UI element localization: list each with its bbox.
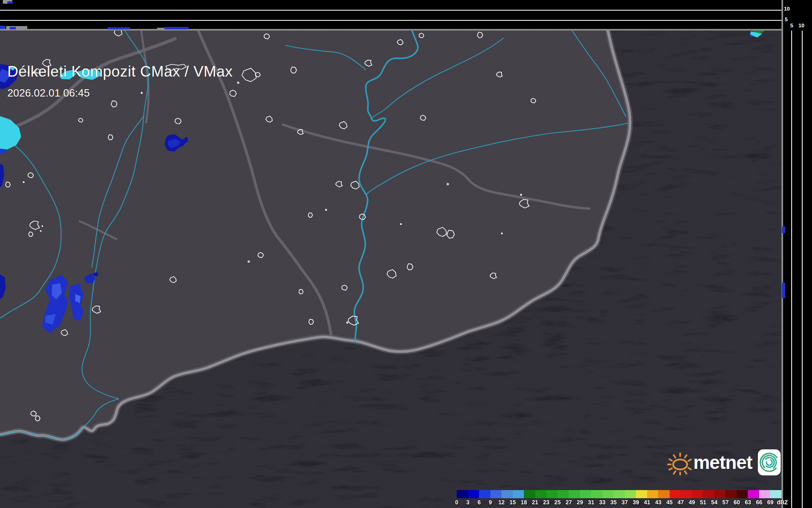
dbz-cell bbox=[658, 490, 670, 498]
dbz-tick-label: 54 bbox=[711, 499, 718, 506]
dbz-cell bbox=[501, 490, 513, 498]
top-profile-strip bbox=[0, 0, 781, 29]
dbz-tick-label: 60 bbox=[733, 499, 740, 506]
dbz-cell bbox=[692, 490, 703, 498]
dbz-cell bbox=[524, 490, 535, 498]
dbz-cell bbox=[591, 490, 602, 498]
dbz-cell bbox=[625, 490, 636, 498]
timestamp: 2026.02.01 06:45 bbox=[7, 87, 90, 99]
dbz-cell bbox=[558, 490, 569, 498]
axis-tick-label: 5 bbox=[788, 22, 795, 29]
axis-tick-label: 10 bbox=[784, 6, 790, 12]
dbz-cell bbox=[647, 490, 659, 498]
dbz-cell bbox=[490, 490, 502, 498]
dbz-tick-label: 41 bbox=[644, 499, 650, 506]
height-gridline bbox=[0, 20, 781, 21]
metnet-logo: metnet bbox=[667, 445, 781, 480]
dbz-tick-label: 9 bbox=[489, 499, 492, 506]
dbz-tick-label: 66 bbox=[756, 499, 762, 506]
dbz-tick-label: 21 bbox=[532, 499, 538, 506]
dbz-tick-label: 37 bbox=[622, 499, 628, 506]
dbz-tick-label: 35 bbox=[610, 499, 617, 506]
dbz-cell bbox=[759, 490, 770, 498]
dbz-tick-label: 69 bbox=[767, 499, 774, 506]
dbz-cell bbox=[513, 490, 524, 498]
dbz-cell bbox=[479, 490, 490, 498]
radar-map[interactable]: Délkeleti Kompozit CMax / VMax 2026.02.0… bbox=[0, 31, 781, 508]
dbz-cell bbox=[580, 490, 591, 498]
sun-icon bbox=[667, 445, 692, 480]
profile-echo bbox=[782, 283, 785, 298]
profile-echo bbox=[107, 27, 130, 29]
profile-echo bbox=[0, 26, 5, 29]
dbz-cell bbox=[602, 490, 614, 498]
dbz-tick-label: 25 bbox=[554, 499, 561, 506]
dbz-cell bbox=[725, 490, 737, 498]
profile-echo bbox=[164, 27, 188, 29]
page-title: Délkeleti Kompozit CMax / VMax bbox=[7, 63, 233, 80]
dbz-cell bbox=[569, 490, 580, 498]
dbz-cell bbox=[468, 490, 479, 498]
profile-echo bbox=[10, 27, 16, 29]
dbz-cell bbox=[748, 490, 759, 498]
radar-viewer: Délkeleti Kompozit CMax / VMax 2026.02.0… bbox=[0, 0, 812, 508]
dbz-unit-label: dBZ bbox=[777, 499, 788, 506]
dbz-tick-label: 27 bbox=[565, 499, 572, 506]
dbz-cell bbox=[714, 490, 726, 498]
dbz-tick-label: 51 bbox=[700, 499, 707, 506]
dbz-tick-label: 49 bbox=[689, 499, 695, 506]
dbz-cell bbox=[670, 490, 681, 498]
dbz-tick-label: 39 bbox=[633, 499, 639, 506]
profile-echo bbox=[6, 26, 27, 29]
dbz-tick-label: 3 bbox=[466, 499, 470, 506]
dbz-tick-label: 6 bbox=[477, 499, 481, 506]
dbz-cell bbox=[636, 490, 647, 498]
profile-echo bbox=[7, 1, 13, 4]
dbz-tick-label: 31 bbox=[588, 499, 594, 506]
axis-tick-label: 5 bbox=[785, 16, 788, 22]
height-gridline bbox=[0, 10, 781, 11]
dbz-tick-label: 47 bbox=[678, 499, 684, 506]
dbz-cell bbox=[546, 490, 558, 498]
dbz-tick-label: 23 bbox=[543, 499, 549, 506]
dbz-cell bbox=[681, 490, 692, 498]
dbz-tick-label: 57 bbox=[722, 499, 729, 506]
profile-echo bbox=[157, 28, 165, 29]
dbz-cell bbox=[457, 490, 468, 498]
map-background-layer bbox=[0, 31, 781, 508]
axis-tick-label: 10 bbox=[798, 22, 805, 29]
dbz-cell bbox=[535, 490, 547, 498]
spiral-logo-badge bbox=[758, 449, 781, 475]
dbz-tick-label: 0 bbox=[455, 499, 458, 506]
profile-echo bbox=[782, 227, 785, 233]
dbz-color-bar bbox=[457, 490, 781, 498]
dbz-cell bbox=[737, 490, 748, 498]
dbz-cell bbox=[770, 490, 781, 498]
right-profile-strip bbox=[783, 0, 812, 508]
dbz-tick-label: 15 bbox=[510, 499, 516, 506]
height-gridline bbox=[802, 31, 803, 508]
dbz-tick-label: 45 bbox=[666, 499, 673, 506]
dbz-tick-label: 12 bbox=[498, 499, 505, 506]
map-canvas bbox=[0, 31, 781, 508]
dbz-tick-label: 43 bbox=[655, 499, 662, 506]
spiral-icon bbox=[758, 451, 781, 474]
dbz-tick-label: 63 bbox=[745, 499, 751, 506]
logo-wordmark: metnet bbox=[693, 453, 752, 472]
dbz-color-scale: 0369121518212325272931333537394143454749… bbox=[457, 489, 790, 507]
dbz-cell bbox=[613, 490, 625, 498]
dbz-tick-label: 29 bbox=[577, 499, 583, 506]
dbz-cell bbox=[703, 490, 714, 498]
dbz-tick-label: 33 bbox=[599, 499, 606, 506]
dbz-tick-label: 18 bbox=[521, 499, 527, 506]
height-gridline bbox=[791, 31, 792, 508]
